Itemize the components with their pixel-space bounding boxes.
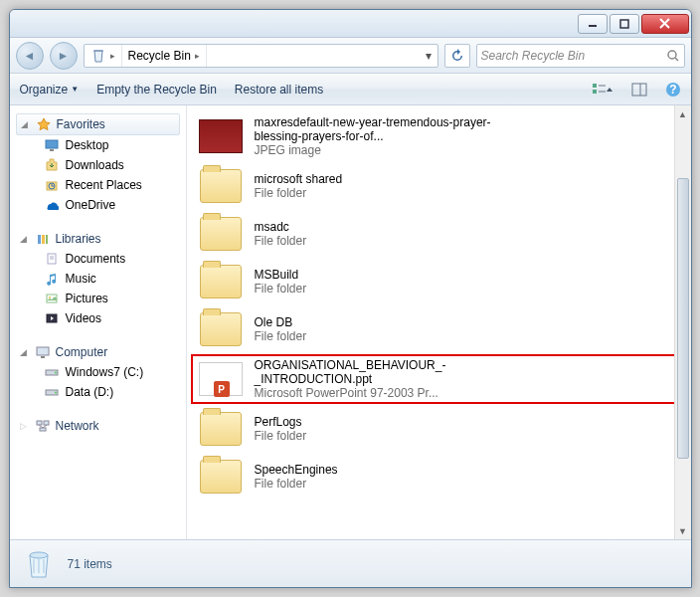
search-icon: [666, 49, 680, 63]
svg-rect-1: [620, 20, 628, 28]
item-type: File folder: [255, 186, 343, 200]
svg-rect-10: [632, 84, 646, 96]
list-item[interactable]: PerfLogsFile folder: [191, 406, 683, 452]
svg-text:?: ?: [669, 83, 676, 97]
star-icon: [36, 116, 52, 132]
image-icon: [197, 117, 245, 155]
downloads-icon: [44, 157, 60, 173]
scroll-up-button[interactable]: ▲: [675, 105, 691, 122]
restore-all-button[interactable]: Restore all items: [235, 83, 323, 97]
sidebar-item-videos[interactable]: Videos: [16, 308, 186, 328]
sidebar-item-pictures[interactable]: Pictures: [16, 289, 186, 308]
sidebar-libraries-header[interactable]: ◢Libraries: [16, 229, 186, 249]
sidebar-item-downloads[interactable]: Downloads: [16, 155, 186, 175]
file-list[interactable]: maxresdefault-new-year-tremendous-prayer…: [187, 105, 691, 539]
list-item[interactable]: msadcFile folder: [191, 211, 683, 257]
recycle-bin-icon[interactable]: ▸: [85, 45, 122, 67]
desktop-icon: [44, 137, 60, 153]
help-button[interactable]: ?: [665, 82, 681, 98]
item-type: File folder: [255, 329, 307, 343]
list-item[interactable]: ORGANISATIONAL_BEHAVIOUR_-_INTRODUCTION.…: [191, 354, 683, 404]
empty-recycle-bin-button[interactable]: Empty the Recycle Bin: [96, 83, 217, 97]
network-icon: [35, 418, 51, 434]
navbar: ◄ ► ▸ Recycle Bin ▸ ▾ Search Recycle Bin: [10, 38, 691, 74]
item-type: JPEG image: [255, 143, 493, 157]
explorer-window: ◄ ► ▸ Recycle Bin ▸ ▾ Search Recycle Bin…: [9, 9, 692, 588]
onedrive-icon: [44, 197, 60, 213]
folder-icon: [197, 167, 245, 205]
back-button[interactable]: ◄: [16, 42, 44, 70]
address-bar[interactable]: ▸ Recycle Bin ▸ ▾: [84, 44, 438, 68]
svg-rect-20: [46, 235, 48, 244]
videos-icon: [44, 310, 60, 326]
recycle-bin-icon: [22, 547, 56, 581]
svg-rect-34: [44, 421, 49, 425]
svg-rect-14: [46, 140, 58, 148]
svg-point-38: [30, 552, 48, 558]
svg-line-5: [675, 58, 678, 61]
item-type: File folder: [255, 477, 338, 491]
sidebar-item-drive-d[interactable]: Data (D:): [16, 382, 186, 402]
refresh-button[interactable]: [444, 44, 470, 68]
svg-rect-15: [50, 149, 54, 151]
sidebar-item-music[interactable]: Music: [16, 269, 186, 289]
recent-icon: [44, 177, 60, 193]
scroll-down-button[interactable]: ▼: [675, 522, 691, 539]
search-placeholder: Search Recycle Bin: [481, 49, 586, 63]
scroll-thumb[interactable]: [677, 178, 689, 458]
titlebar: [10, 10, 691, 38]
preview-pane-button[interactable]: [631, 83, 647, 97]
sidebar-item-recent[interactable]: Recent Places: [16, 175, 186, 195]
sidebar-network-header[interactable]: ▷Network: [16, 416, 186, 436]
item-name: SpeechEngines: [255, 463, 338, 477]
folder-icon: [197, 215, 245, 253]
svg-point-25: [49, 297, 51, 298]
svg-rect-28: [41, 356, 45, 358]
sidebar-computer-header[interactable]: ◢Computer: [16, 342, 186, 362]
svg-point-30: [55, 372, 57, 374]
organize-menu[interactable]: Organize ▼: [20, 83, 80, 97]
svg-rect-35: [40, 428, 46, 431]
pictures-icon: [44, 291, 60, 306]
forward-button[interactable]: ►: [50, 42, 78, 70]
statusbar: 71 items: [10, 539, 691, 587]
scroll-track[interactable]: [675, 122, 691, 522]
svg-point-4: [668, 51, 676, 59]
list-item[interactable]: SpeechEnginesFile folder: [191, 454, 683, 499]
scrollbar[interactable]: ▲ ▼: [674, 105, 691, 539]
svg-rect-27: [37, 347, 49, 355]
sidebar-item-drive-c[interactable]: Windows7 (C:): [16, 362, 186, 382]
svg-rect-19: [42, 235, 45, 244]
minimize-button[interactable]: [578, 14, 608, 34]
maximize-button[interactable]: [610, 14, 639, 34]
list-item[interactable]: maxresdefault-new-year-tremendous-prayer…: [191, 111, 683, 161]
item-name: MSBuild: [255, 268, 307, 282]
view-options-button[interactable]: [592, 82, 613, 98]
ppt-icon: [197, 360, 245, 398]
drive-icon: [44, 384, 60, 400]
search-input[interactable]: Search Recycle Bin: [476, 44, 685, 68]
folder-icon: [197, 458, 245, 496]
item-type: File folder: [255, 234, 307, 248]
navigation-pane: ◢ Favorites Desktop Downloads Recent Pla…: [10, 105, 187, 539]
sidebar-item-onedrive[interactable]: OneDrive: [16, 195, 186, 215]
folder-icon: [197, 410, 245, 448]
svg-rect-18: [38, 235, 41, 244]
close-button[interactable]: [641, 14, 689, 34]
item-type: Microsoft PowerPoint 97-2003 Pr...: [255, 386, 493, 400]
sidebar-item-documents[interactable]: Documents: [16, 249, 186, 269]
item-name: Ole DB: [255, 315, 307, 329]
item-name: microsoft shared: [255, 172, 343, 186]
sidebar-favorites-header[interactable]: ◢ Favorites: [16, 113, 180, 135]
address-dropdown[interactable]: ▾: [420, 49, 438, 63]
list-item[interactable]: microsoft sharedFile folder: [191, 163, 683, 209]
body: ◢ Favorites Desktop Downloads Recent Pla…: [10, 105, 691, 539]
breadcrumb-location[interactable]: Recycle Bin ▸: [122, 45, 207, 67]
sidebar-item-desktop[interactable]: Desktop: [16, 135, 186, 155]
list-item[interactable]: MSBuildFile folder: [191, 259, 683, 304]
computer-icon: [35, 344, 51, 360]
svg-point-32: [55, 392, 57, 394]
item-name: ORGANISATIONAL_BEHAVIOUR_-_INTRODUCTION.…: [255, 358, 493, 386]
list-item[interactable]: Ole DBFile folder: [191, 306, 683, 352]
toolbar: Organize ▼ Empty the Recycle Bin Restore…: [10, 74, 691, 105]
